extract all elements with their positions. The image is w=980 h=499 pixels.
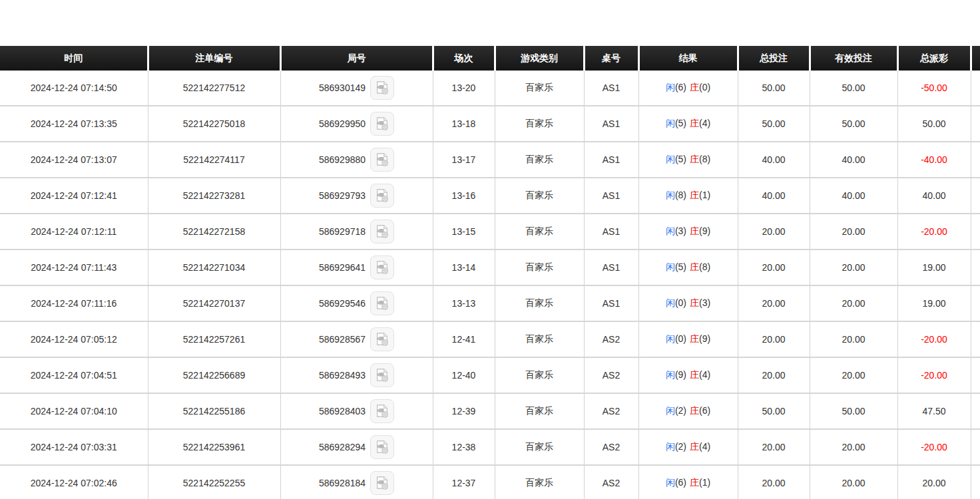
banker-result-label: 庄 bbox=[690, 118, 699, 128]
column-header-table_no: 桌号 bbox=[584, 46, 638, 71]
cell-session: 13-14 bbox=[433, 250, 495, 285]
banker-result-points: (9) bbox=[699, 226, 710, 236]
player-result-label: 闲 bbox=[666, 297, 675, 308]
cell-session: 12-39 bbox=[433, 393, 495, 429]
cell-total-bet: 20.00 bbox=[738, 465, 810, 499]
table-row: 2024-12-24 07:13:07 522142274117 5869298… bbox=[0, 142, 980, 178]
cell-session: 13-17 bbox=[433, 142, 495, 178]
cell-valid-bet: 20.00 bbox=[810, 250, 897, 285]
round-id-text: 586929880 bbox=[319, 154, 366, 165]
cell-bet-id: 522142271034 bbox=[148, 250, 280, 285]
cell-extra bbox=[971, 106, 980, 142]
player-result-label: 闲 bbox=[666, 226, 675, 236]
player-result-label: 闲 bbox=[666, 405, 675, 416]
video-replay-icon bbox=[374, 259, 390, 275]
player-result-points: (0) bbox=[675, 333, 686, 344]
video-replay-button[interactable] bbox=[370, 399, 394, 423]
round-id-text: 586929718 bbox=[319, 226, 366, 237]
cell-bet-id: 522142253961 bbox=[148, 429, 280, 465]
video-replay-icon bbox=[374, 80, 390, 96]
table-row: 2024-12-24 07:11:43 522142271034 5869296… bbox=[0, 250, 980, 285]
cell-bet-id: 522142273281 bbox=[148, 178, 280, 214]
video-replay-icon bbox=[374, 475, 390, 491]
player-result-points: (2) bbox=[675, 441, 686, 452]
video-replay-icon bbox=[374, 331, 390, 347]
cell-result: 闲(6)庄(1) bbox=[638, 465, 738, 499]
video-replay-button[interactable] bbox=[370, 471, 394, 495]
table-row: 2024-12-24 07:14:50 522142277512 5869301… bbox=[0, 71, 980, 106]
banker-result-label: 庄 bbox=[690, 190, 699, 200]
video-replay-button[interactable] bbox=[370, 220, 394, 244]
video-replay-button[interactable] bbox=[370, 148, 394, 172]
cell-valid-bet: 20.00 bbox=[810, 214, 897, 250]
cell-result: 闲(5)庄(8) bbox=[638, 250, 738, 285]
cell-time: 2024-12-24 07:11:43 bbox=[0, 250, 148, 285]
cell-session: 12-38 bbox=[433, 429, 495, 465]
player-result-label: 闲 bbox=[666, 190, 675, 200]
cell-result: 闲(9)庄(4) bbox=[638, 357, 738, 393]
video-replay-button[interactable] bbox=[370, 184, 394, 208]
player-result-points: (5) bbox=[675, 118, 686, 128]
cell-result: 闲(2)庄(6) bbox=[638, 393, 738, 429]
cell-table-no: AS2 bbox=[584, 357, 638, 393]
cell-table-no: AS1 bbox=[584, 178, 638, 214]
banker-result-points: (4) bbox=[699, 369, 710, 380]
cell-round-id: 586929950 bbox=[280, 106, 433, 142]
table-header: 时间注单编号局号场次游戏类别桌号结果总投注有效投注总派彩 bbox=[0, 46, 980, 71]
table-header-row: 时间注单编号局号场次游戏类别桌号结果总投注有效投注总派彩 bbox=[0, 46, 980, 71]
player-result-points: (3) bbox=[675, 226, 686, 236]
video-replay-button[interactable] bbox=[370, 291, 394, 315]
cell-table-no: AS2 bbox=[584, 429, 638, 465]
video-replay-icon bbox=[374, 403, 390, 419]
table-row: 2024-12-24 07:11:16 522142270137 5869295… bbox=[0, 285, 980, 321]
cell-round-id: 586928294 bbox=[280, 429, 433, 465]
column-header-total_bet: 总投注 bbox=[738, 46, 810, 71]
cell-round-id: 586929880 bbox=[280, 142, 433, 178]
cell-extra bbox=[971, 393, 980, 429]
video-replay-button[interactable] bbox=[370, 363, 394, 387]
cell-result: 闲(0)庄(9) bbox=[638, 321, 738, 357]
cell-valid-bet: 20.00 bbox=[810, 285, 897, 321]
cell-total-payout: 47.50 bbox=[897, 393, 971, 429]
banker-result-points: (6) bbox=[699, 405, 710, 416]
video-replay-button[interactable] bbox=[370, 435, 394, 459]
cell-game-type: 百家乐 bbox=[495, 465, 584, 499]
video-replay-icon bbox=[374, 188, 390, 204]
cell-total-bet: 20.00 bbox=[738, 285, 810, 321]
cell-total-bet: 20.00 bbox=[738, 214, 810, 250]
banker-result-points: (9) bbox=[699, 333, 710, 344]
round-id-text: 586930149 bbox=[319, 83, 366, 93]
video-replay-button[interactable] bbox=[370, 327, 394, 351]
cell-bet-id: 522142270137 bbox=[148, 285, 280, 321]
column-header-valid_bet: 有效投注 bbox=[810, 46, 897, 71]
cell-extra bbox=[971, 250, 980, 285]
player-result-label: 闲 bbox=[666, 477, 675, 488]
cell-extra bbox=[971, 142, 980, 178]
round-id-text: 586928184 bbox=[319, 478, 366, 488]
cell-total-bet: 50.00 bbox=[738, 393, 810, 429]
video-replay-icon bbox=[374, 116, 390, 132]
cell-total-bet: 40.00 bbox=[738, 178, 810, 214]
video-replay-icon bbox=[374, 439, 390, 455]
cell-total-payout: -20.00 bbox=[897, 321, 971, 357]
banker-result-label: 庄 bbox=[690, 441, 699, 452]
cell-time: 2024-12-24 07:02:46 bbox=[0, 465, 148, 499]
cell-valid-bet: 50.00 bbox=[810, 393, 897, 429]
cell-extra bbox=[971, 71, 980, 106]
table-row: 2024-12-24 07:12:11 522142272158 5869297… bbox=[0, 214, 980, 250]
player-result-label: 闲 bbox=[666, 333, 675, 344]
player-result-points: (5) bbox=[675, 154, 686, 164]
cell-bet-id: 522142255186 bbox=[148, 393, 280, 429]
round-id-text: 586928567 bbox=[319, 334, 366, 345]
video-replay-button[interactable] bbox=[370, 255, 394, 279]
cell-game-type: 百家乐 bbox=[495, 178, 584, 214]
video-replay-button[interactable] bbox=[370, 76, 394, 100]
column-header-extra bbox=[971, 46, 980, 71]
video-replay-button[interactable] bbox=[370, 112, 394, 136]
cell-extra bbox=[971, 321, 980, 357]
cell-game-type: 百家乐 bbox=[495, 106, 584, 142]
cell-total-payout: 50.00 bbox=[897, 106, 971, 142]
cell-table-no: AS1 bbox=[584, 142, 638, 178]
banker-result-points: (1) bbox=[699, 477, 710, 488]
cell-total-payout: -40.00 bbox=[897, 142, 971, 178]
